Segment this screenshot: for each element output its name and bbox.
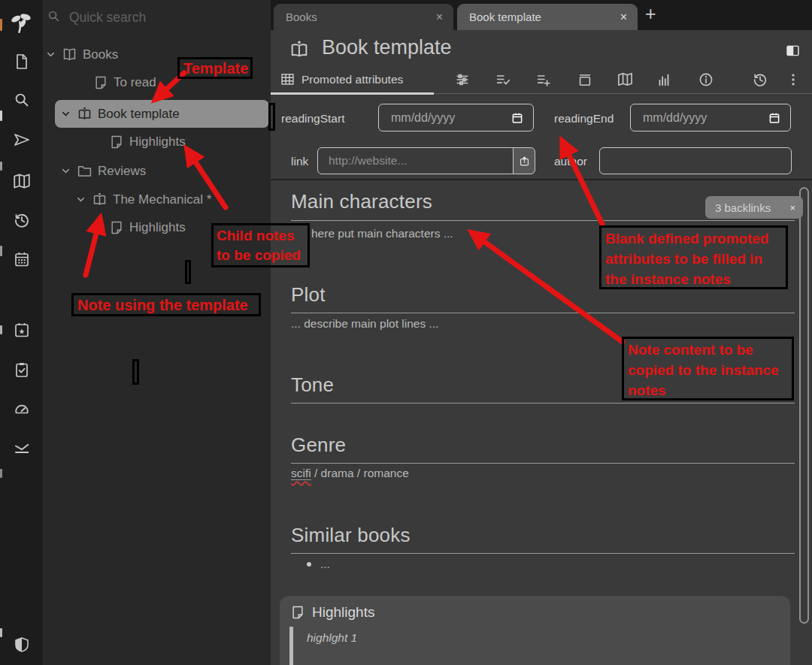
note-paragraph[interactable]: ... describe main plot lines ... [291,317,438,331]
new-tab-button[interactable]: + [645,3,656,25]
sidebar-item-the-mechanical[interactable]: The Mechanical * [75,192,211,207]
day-note-calendar-icon[interactable] [13,250,31,268]
jump-to-note-icon[interactable] [13,131,31,149]
screen-edge-artifact [0,110,2,121]
heading-rule [291,403,795,404]
chevron-down-icon[interactable] [45,49,56,60]
close-icon[interactable]: × [620,11,627,23]
close-icon[interactable]: × [436,11,443,23]
dashboard-gauge-icon[interactable] [13,401,31,419]
section-heading-main-characters[interactable]: Main characters [291,190,432,213]
chevron-down-icon[interactable] [75,194,86,205]
list-bullet [307,562,311,567]
annotation-empty-box [185,260,191,284]
grid-icon [280,71,295,87]
recent-changes-icon[interactable] [13,211,31,229]
child-note-title-row[interactable]: Highlights [290,604,374,621]
annotation-empty-box [132,359,139,385]
chevron-down-icon[interactable] [60,165,71,177]
reading-start-label: readingStart [281,112,344,125]
section-heading-plot[interactable]: Plot [291,283,326,307]
sliders-icon[interactable] [454,71,471,88]
protected-session-shield-icon[interactable] [13,636,31,654]
tree-item-label: Books [83,47,118,62]
reading-end-date-input[interactable]: mm/dd/yyyy [630,104,791,131]
tab-book-template[interactable]: Book template × [457,4,638,30]
screen-edge-artifact [0,628,2,637]
annotation-child-notes: Child notes to be copied [211,223,310,268]
trilium-logo-icon[interactable] [8,10,34,35]
tree-item-label: Highlights [129,135,186,150]
annotation-blank-attributes: Blank defined promoted attributes to be … [599,225,788,289]
search-icon[interactable] [13,91,31,109]
note-map-icon[interactable] [12,171,32,191]
ribbon-tab-promoted-attributes[interactable]: Promoted attributes [280,71,403,87]
screen-edge-artifact [0,246,2,256]
sidebar-item-highlights-2[interactable]: Highlights [109,220,186,235]
list-plus-icon[interactable] [535,71,552,88]
tree-item-label: Book template [98,107,180,122]
plane-landing-icon[interactable] [13,440,31,458]
link-input[interactable]: http://website... [317,147,514,174]
tab-books[interactable]: Books × [274,4,453,30]
book-open-icon [62,47,77,62]
quick-search-icon [47,9,61,23]
annotation-note-using-template: Note using the template [71,293,261,316]
author-input[interactable] [599,147,792,174]
tree-item-label: Reviews [98,164,146,179]
map-icon[interactable] [617,71,634,88]
section-heading-tone[interactable]: Tone [291,373,334,397]
quick-search-input[interactable]: Quick search [69,10,146,26]
tab-bar: Books × Book template × + [271,0,812,30]
info-icon[interactable] [698,71,714,88]
ribbon-active-indicator [271,92,434,95]
genre-word-misspelled: scifi [291,467,311,479]
note-paragraph-genre[interactable]: scifi / drama / romance [291,467,409,480]
kebab-menu-icon[interactable] [785,71,801,88]
backlinks-count: 3 backlinks [715,201,771,214]
sidebar-item-to-read[interactable]: To read [93,75,156,90]
tasks-icon[interactable] [13,361,31,379]
child-note-title: Highlights [312,604,374,621]
heading-rule [291,553,795,554]
bar-chart-icon[interactable] [656,71,672,88]
annotation-empty-box [268,103,275,131]
screen-edge-artifact [0,469,2,478]
reading-end-label: readingEnd [554,112,614,125]
calendar-star-icon[interactable] [13,321,31,339]
close-icon[interactable]: × [789,202,795,213]
sidebar-item-highlights[interactable]: Highlights [109,135,186,150]
tree-item-label: The Mechanical * [113,192,211,207]
section-heading-similar-books[interactable]: Similar books [291,524,411,547]
blockquote-bar [289,627,293,665]
reading-start-date-input[interactable]: mm/dd/yyyy [378,104,534,131]
blockquote-text[interactable]: highlght 1 [307,631,357,645]
template-icon [77,106,92,122]
calendar-icon[interactable] [768,111,781,125]
tree-item-label: To read [114,75,156,90]
note-title-input[interactable]: Book template [322,36,452,59]
archive-icon[interactable] [577,71,593,88]
split-pane-icon[interactable] [785,43,801,59]
note-icon [109,220,124,235]
sidebar-item-reviews[interactable]: Reviews [60,163,146,179]
folder-icon [77,163,92,179]
scrollbar-thumb[interactable] [799,187,809,624]
backlinks-badge[interactable]: 3 backlinks × [705,196,803,219]
heading-rule [291,313,795,313]
launcher-bar [0,0,43,665]
template-icon [92,192,108,207]
open-external-link-button[interactable] [513,147,535,174]
note-paragraph[interactable]: here put main characters ... [311,227,453,240]
note-icon [290,605,305,620]
history-icon[interactable] [752,71,768,88]
annotation-note-content: Note content to be copied to the instanc… [622,337,794,401]
list-item[interactable]: ... [320,558,330,571]
sidebar-item-books[interactable]: Books [45,47,118,62]
calendar-icon[interactable] [511,111,524,125]
new-note-icon[interactable] [13,53,31,71]
section-heading-genre[interactable]: Genre [291,434,346,457]
list-check-icon[interactable] [495,71,511,88]
chevron-down-icon[interactable] [60,108,71,119]
sidebar-item-book-template[interactable]: Book template [60,106,180,122]
